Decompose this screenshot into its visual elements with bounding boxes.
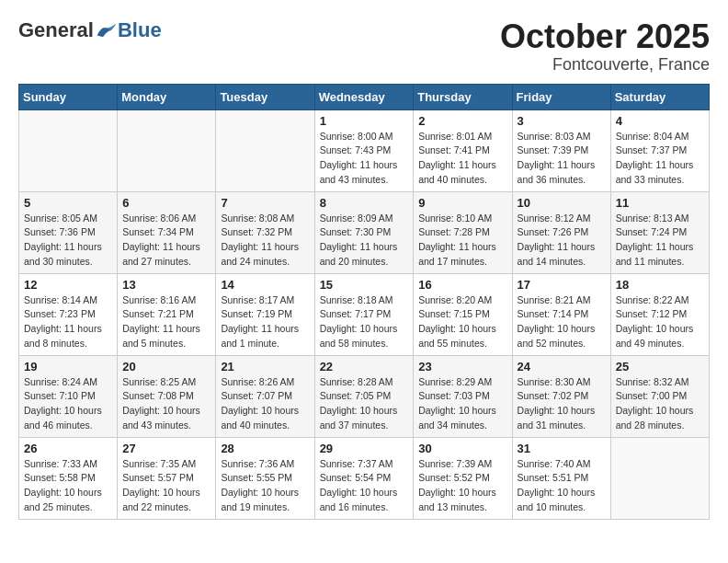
calendar-cell: [610, 437, 709, 519]
title-block: October 2025 Fontcouverte, France: [500, 18, 710, 75]
day-info: Sunrise: 8:01 AM Sunset: 7:41 PM Dayligh…: [418, 130, 506, 188]
day-number: 30: [418, 442, 506, 455]
calendar-day-header: Wednesday: [314, 84, 414, 109]
day-info: Sunrise: 8:21 AM Sunset: 7:14 PM Dayligh…: [518, 293, 606, 351]
location-title: Fontcouverte, France: [500, 55, 710, 75]
calendar-cell: 6Sunrise: 8:06 AM Sunset: 7:34 PM Daylig…: [118, 191, 216, 273]
day-number: 28: [221, 442, 309, 455]
day-info: Sunrise: 8:12 AM Sunset: 7:26 PM Dayligh…: [518, 212, 606, 270]
day-info: Sunrise: 8:03 AM Sunset: 7:39 PM Dayligh…: [518, 130, 606, 188]
calendar-cell: [118, 109, 216, 191]
calendar-cell: 27Sunrise: 7:35 AM Sunset: 5:57 PM Dayli…: [118, 437, 216, 519]
day-number: 13: [122, 278, 210, 292]
day-info: Sunrise: 8:10 AM Sunset: 7:28 PM Dayligh…: [418, 212, 506, 270]
day-info: Sunrise: 8:18 AM Sunset: 7:17 PM Dayligh…: [320, 293, 409, 351]
calendar-cell: 13Sunrise: 8:16 AM Sunset: 7:21 PM Dayli…: [118, 273, 216, 355]
calendar-cell: 26Sunrise: 7:33 AM Sunset: 5:58 PM Dayli…: [19, 437, 118, 519]
day-info: Sunrise: 8:20 AM Sunset: 7:15 PM Dayligh…: [418, 293, 506, 351]
day-number: 26: [24, 442, 112, 455]
day-info: Sunrise: 7:36 AM Sunset: 5:55 PM Dayligh…: [221, 457, 309, 515]
day-number: 4: [616, 114, 704, 128]
day-info: Sunrise: 7:40 AM Sunset: 5:51 PM Dayligh…: [518, 457, 606, 515]
day-number: 27: [122, 442, 210, 455]
calendar-week-row: 19Sunrise: 8:24 AM Sunset: 7:10 PM Dayli…: [19, 355, 710, 437]
calendar-table: SundayMondayTuesdayWednesdayThursdayFrid…: [18, 84, 710, 520]
day-info: Sunrise: 8:09 AM Sunset: 7:30 PM Dayligh…: [320, 212, 409, 270]
calendar-cell: 30Sunrise: 7:39 AM Sunset: 5:52 PM Dayli…: [414, 437, 512, 519]
calendar-cell: 12Sunrise: 8:14 AM Sunset: 7:23 PM Dayli…: [19, 273, 118, 355]
calendar-week-row: 1Sunrise: 8:00 AM Sunset: 7:43 PM Daylig…: [19, 109, 710, 191]
calendar-cell: [216, 109, 314, 191]
calendar-header-row: SundayMondayTuesdayWednesdayThursdayFrid…: [19, 84, 710, 109]
day-number: 5: [24, 196, 112, 210]
calendar-cell: 31Sunrise: 7:40 AM Sunset: 5:51 PM Dayli…: [512, 437, 610, 519]
calendar-week-row: 12Sunrise: 8:14 AM Sunset: 7:23 PM Dayli…: [19, 273, 710, 355]
calendar-day-header: Tuesday: [216, 84, 314, 109]
day-info: Sunrise: 8:26 AM Sunset: 7:07 PM Dayligh…: [221, 375, 309, 433]
page-header: General Blue October 2025 Fontcouverte, …: [18, 18, 710, 75]
calendar-cell: 18Sunrise: 8:22 AM Sunset: 7:12 PM Dayli…: [610, 273, 709, 355]
calendar-cell: 9Sunrise: 8:10 AM Sunset: 7:28 PM Daylig…: [414, 191, 512, 273]
day-info: Sunrise: 8:16 AM Sunset: 7:21 PM Dayligh…: [122, 293, 210, 351]
calendar-cell: 10Sunrise: 8:12 AM Sunset: 7:26 PM Dayli…: [512, 191, 610, 273]
calendar-cell: 29Sunrise: 7:37 AM Sunset: 5:54 PM Dayli…: [314, 437, 414, 519]
calendar-cell: 11Sunrise: 8:13 AM Sunset: 7:24 PM Dayli…: [610, 191, 709, 273]
calendar-cell: [19, 109, 118, 191]
day-number: 16: [418, 278, 506, 292]
calendar-cell: 1Sunrise: 8:00 AM Sunset: 7:43 PM Daylig…: [314, 109, 414, 191]
day-info: Sunrise: 8:30 AM Sunset: 7:02 PM Dayligh…: [518, 375, 606, 433]
day-number: 1: [320, 114, 409, 128]
calendar-day-header: Sunday: [19, 84, 118, 109]
day-info: Sunrise: 8:25 AM Sunset: 7:08 PM Dayligh…: [122, 375, 210, 433]
calendar-day-header: Monday: [118, 84, 216, 109]
calendar-cell: 15Sunrise: 8:18 AM Sunset: 7:17 PM Dayli…: [314, 273, 414, 355]
calendar-body: 1Sunrise: 8:00 AM Sunset: 7:43 PM Daylig…: [19, 109, 710, 519]
day-number: 18: [616, 278, 704, 292]
day-info: Sunrise: 8:28 AM Sunset: 7:05 PM Dayligh…: [320, 375, 409, 433]
calendar-cell: 5Sunrise: 8:05 AM Sunset: 7:36 PM Daylig…: [19, 191, 118, 273]
day-info: Sunrise: 8:06 AM Sunset: 7:34 PM Dayligh…: [122, 212, 210, 270]
calendar-cell: 7Sunrise: 8:08 AM Sunset: 7:32 PM Daylig…: [216, 191, 314, 273]
day-number: 7: [221, 196, 309, 210]
day-info: Sunrise: 8:24 AM Sunset: 7:10 PM Dayligh…: [24, 375, 112, 433]
day-info: Sunrise: 8:00 AM Sunset: 7:43 PM Dayligh…: [320, 130, 409, 188]
day-number: 3: [518, 114, 606, 128]
day-number: 25: [616, 360, 704, 373]
logo-bird-icon: [96, 21, 118, 40]
calendar-cell: 4Sunrise: 8:04 AM Sunset: 7:37 PM Daylig…: [610, 109, 709, 191]
calendar-cell: 19Sunrise: 8:24 AM Sunset: 7:10 PM Dayli…: [19, 355, 118, 437]
day-number: 24: [518, 360, 606, 373]
day-info: Sunrise: 8:14 AM Sunset: 7:23 PM Dayligh…: [24, 293, 112, 351]
calendar-cell: 28Sunrise: 7:36 AM Sunset: 5:55 PM Dayli…: [216, 437, 314, 519]
day-number: 9: [418, 196, 506, 210]
day-info: Sunrise: 8:05 AM Sunset: 7:36 PM Dayligh…: [24, 212, 112, 270]
day-number: 15: [320, 278, 409, 292]
day-number: 11: [616, 196, 704, 210]
day-number: 23: [418, 360, 506, 373]
day-info: Sunrise: 8:13 AM Sunset: 7:24 PM Dayligh…: [616, 212, 704, 270]
day-number: 17: [518, 278, 606, 292]
calendar-week-row: 26Sunrise: 7:33 AM Sunset: 5:58 PM Dayli…: [19, 437, 710, 519]
day-number: 21: [221, 360, 309, 373]
day-number: 14: [221, 278, 309, 292]
calendar-day-header: Friday: [512, 84, 610, 109]
calendar-cell: 24Sunrise: 8:30 AM Sunset: 7:02 PM Dayli…: [512, 355, 610, 437]
day-number: 19: [24, 360, 112, 373]
calendar-cell: 2Sunrise: 8:01 AM Sunset: 7:41 PM Daylig…: [414, 109, 512, 191]
month-title: October 2025: [500, 18, 710, 55]
calendar-day-header: Thursday: [414, 84, 512, 109]
day-info: Sunrise: 7:37 AM Sunset: 5:54 PM Dayligh…: [320, 457, 409, 515]
calendar-cell: 22Sunrise: 8:28 AM Sunset: 7:05 PM Dayli…: [314, 355, 414, 437]
day-number: 10: [518, 196, 606, 210]
day-info: Sunrise: 8:04 AM Sunset: 7:37 PM Dayligh…: [616, 130, 704, 188]
day-info: Sunrise: 8:32 AM Sunset: 7:00 PM Dayligh…: [616, 375, 704, 433]
calendar-cell: 8Sunrise: 8:09 AM Sunset: 7:30 PM Daylig…: [314, 191, 414, 273]
calendar-cell: 21Sunrise: 8:26 AM Sunset: 7:07 PM Dayli…: [216, 355, 314, 437]
calendar-cell: 17Sunrise: 8:21 AM Sunset: 7:14 PM Dayli…: [512, 273, 610, 355]
day-info: Sunrise: 8:29 AM Sunset: 7:03 PM Dayligh…: [418, 375, 506, 433]
day-number: 12: [24, 278, 112, 292]
logo-blue-text: Blue: [118, 18, 162, 42]
day-info: Sunrise: 8:17 AM Sunset: 7:19 PM Dayligh…: [221, 293, 309, 351]
day-number: 20: [122, 360, 210, 373]
day-number: 31: [518, 442, 606, 455]
